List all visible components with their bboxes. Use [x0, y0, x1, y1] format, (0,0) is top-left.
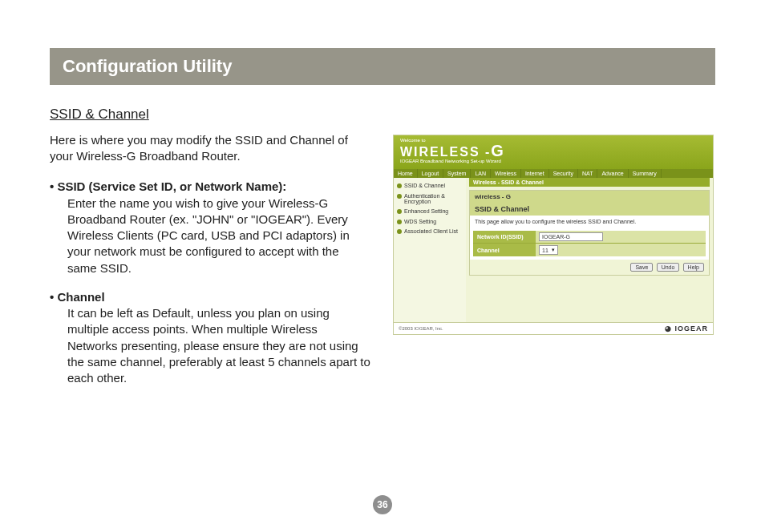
intro-paragraph: Here is where you may modify the SSID an…	[50, 132, 370, 165]
button-row: Save Undo Help	[470, 260, 709, 275]
text-column: SSID & Channel Here is where you may mod…	[50, 106, 370, 399]
bullet-ssid-body: Enter the name you wish to give your Wir…	[50, 195, 370, 276]
tab-wireless[interactable]: Wireless	[491, 169, 521, 178]
card-desc: This page allow you to configure the wir…	[470, 216, 709, 228]
sidebar-item-clients[interactable]: Associated Client List	[397, 228, 463, 236]
ssid-input[interactable]: IOGEAR-G	[539, 232, 603, 241]
sidebar-item-label: SSID & Channel	[404, 183, 445, 189]
title-bar: Configuration Utility	[50, 48, 715, 85]
sidebar-item-label: Enhanced Setting	[404, 208, 448, 215]
tab-security[interactable]: Security	[549, 169, 578, 178]
form-row-ssid: Network ID(SSID) IOGEAR-G	[473, 231, 706, 243]
tab-logout[interactable]: Logout	[418, 169, 443, 178]
channel-cell: 11 ▾	[536, 244, 706, 256]
sidebar-item-auth[interactable]: Authentication & Encryption	[397, 193, 463, 205]
banner-logo: WIRELESS -G	[400, 143, 706, 159]
card: wireless - G SSID & Channel This page al…	[469, 190, 710, 276]
breadcrumb: Wireless - SSID & Channel	[469, 178, 710, 187]
bullet-ssid: • SSID (Service Set ID, or Network Name)…	[50, 179, 370, 276]
body: SSID & Channel Authentication & Encrypti…	[394, 178, 713, 322]
screenshot-column: Welcome to WIRELESS -G IOGEAR Broadband …	[393, 106, 715, 335]
ssid-cell: IOGEAR-G	[536, 231, 706, 243]
sidebar-item-wds[interactable]: WDS Setting	[397, 219, 463, 226]
page-number-badge: 36	[373, 495, 392, 514]
router-ui-screenshot: Welcome to WIRELESS -G IOGEAR Broadband …	[393, 135, 714, 335]
dot-icon	[397, 228, 402, 236]
dot-icon	[397, 219, 402, 226]
card-logo: wireless - G	[470, 191, 709, 203]
channel-select[interactable]: 11 ▾	[539, 245, 558, 255]
section-heading: SSID & Channel	[50, 106, 370, 124]
sidebar-item-label: WDS Setting	[404, 219, 436, 225]
channel-value: 11	[542, 248, 548, 253]
sidebar-item-enhanced[interactable]: Enhanced Setting	[397, 208, 463, 216]
copyright: ©2003 IOGEAR, Inc.	[399, 326, 443, 331]
banner-logo-g: G	[491, 142, 505, 159]
undo-button[interactable]: Undo	[657, 263, 680, 272]
tab-lan[interactable]: LAN	[471, 169, 491, 178]
brand-mark: ◕ IOGEAR	[665, 324, 708, 332]
banner: Welcome to WIRELESS -G IOGEAR Broadband …	[394, 135, 713, 169]
dot-icon	[397, 193, 402, 200]
card-title: SSID & Channel	[470, 203, 709, 216]
main-panel: Wireless - SSID & Channel wireless - G S…	[466, 178, 713, 322]
tab-system[interactable]: System	[443, 169, 471, 178]
tab-nat[interactable]: NAT	[578, 169, 597, 178]
sidebar: SSID & Channel Authentication & Encrypti…	[394, 178, 466, 322]
help-button[interactable]: Help	[683, 263, 704, 272]
page-number: 36	[377, 499, 387, 510]
banner-logo-main: WIRELESS -	[400, 145, 491, 159]
dot-icon	[397, 208, 402, 216]
bullet-ssid-head: • SSID (Service Set ID, or Network Name)…	[50, 179, 370, 195]
save-button[interactable]: Save	[630, 263, 653, 272]
bullet-channel: • Channel It can be left as Default, unl…	[50, 289, 370, 387]
sidebar-item-label: Associated Client List	[404, 228, 458, 235]
sidebar-item-ssid[interactable]: SSID & Channel	[397, 183, 463, 190]
tab-internet[interactable]: Internet	[521, 169, 549, 178]
footer: ©2003 IOGEAR, Inc. ◕ IOGEAR	[394, 322, 713, 334]
tab-advance[interactable]: Advance	[597, 169, 628, 178]
channel-label: Channel	[473, 245, 536, 256]
brand-text: IOGEAR	[674, 324, 708, 332]
bullet-channel-head: • Channel	[50, 289, 370, 305]
config-form: Network ID(SSID) IOGEAR-G Channel 11	[473, 231, 706, 256]
title-bar-text: Configuration Utility	[63, 56, 232, 76]
sidebar-item-label: Authentication & Encryption	[404, 193, 463, 205]
chevron-down-icon: ▾	[552, 247, 555, 253]
tab-summary[interactable]: Summary	[629, 169, 662, 178]
bullet-channel-body: It can be left as Default, unless you pl…	[50, 305, 370, 386]
ssid-label: Network ID(SSID)	[473, 232, 536, 242]
dot-icon	[397, 183, 402, 190]
content-row: SSID & Channel Here is where you may mod…	[50, 106, 715, 399]
nav-tabs: Home Logout System LAN Wireless Internet…	[394, 169, 713, 178]
tab-home[interactable]: Home	[394, 169, 418, 178]
form-row-channel: Channel 11 ▾	[473, 243, 706, 256]
banner-sub: IOGEAR Broadband Networking Set-up Wizar…	[400, 159, 706, 163]
